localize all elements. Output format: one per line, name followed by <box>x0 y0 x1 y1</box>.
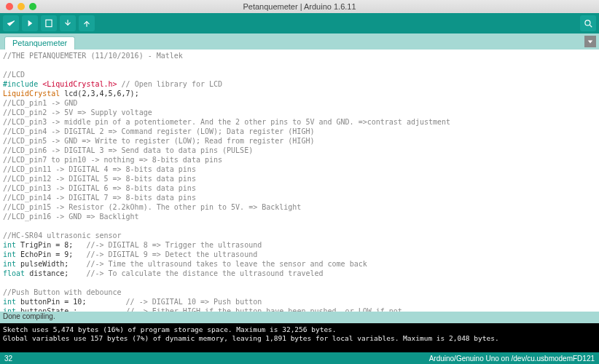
svg-line-2 <box>590 25 592 27</box>
window-title: Petanquemeter | Arduino 1.6.11 <box>0 2 599 11</box>
code-line[interactable]: #include <LiquidCrystal.h> // Open libra… <box>3 79 596 89</box>
console-output[interactable]: Sketch uses 5,474 bytes (16%) of program… <box>0 323 599 352</box>
tab-petanquemeter[interactable]: Petanquemeter <box>4 36 75 50</box>
code-line[interactable]: //LCD_pin16 -> GND => Backlight <box>3 212 596 221</box>
code-line[interactable]: float distance; //-> To calculate the di… <box>3 269 596 278</box>
code-line[interactable]: //LCD_pin14 -> DIGITAL 7 => 8-bits data … <box>3 193 596 202</box>
code-line[interactable]: //LCD_pin4 -> DIGITAL 2 => Command regis… <box>3 127 596 136</box>
serial-monitor-button[interactable] <box>580 15 596 31</box>
code-line[interactable]: //Push Button with debounce <box>3 288 596 297</box>
code-line[interactable]: LiquidCrystal lcd(2,3,4,5,6,7); <box>3 89 596 98</box>
zoom-icon[interactable] <box>29 3 36 10</box>
upload-button[interactable] <box>22 15 38 31</box>
code-line[interactable]: //LCD_pin6 -> DIGITAL 3 => Send data to … <box>3 146 596 155</box>
code-line[interactable]: //LCD_pin5 -> GND => Write to register (… <box>3 136 596 146</box>
code-line[interactable]: //LCD_pin2 -> 5V => Supply voltage <box>3 108 596 117</box>
tab-menu-button[interactable] <box>584 36 596 47</box>
status-bar: Done compiling. <box>0 312 599 323</box>
code-line[interactable]: //LCD_pin11 -> DIGITAL 4 => 8-bits data … <box>3 165 596 174</box>
code-line[interactable]: //LCD_pin15 -> Resistor (2.2kOhm). The o… <box>3 202 596 212</box>
code-line[interactable]: int buttonState ; // -> Either HIGH if t… <box>3 306 596 312</box>
code-line[interactable]: //THE PETANQUEMETER (11/10/2016) - Matle… <box>3 51 596 60</box>
verify-button[interactable] <box>3 15 19 31</box>
svg-marker-3 <box>588 40 592 43</box>
line-number: 32 <box>4 355 12 363</box>
code-line[interactable]: //LCD <box>3 70 596 79</box>
code-line[interactable]: //HC-SR04 ultrasonic sensor <box>3 231 596 240</box>
status-message: Done compiling. <box>3 312 55 320</box>
code-line[interactable]: //LCD_pin12 -> DIGITAL 5 => 8-bits data … <box>3 174 596 183</box>
code-line[interactable]: //LCD_pin7 to pin10 -> nothing => 8-bits… <box>3 155 596 165</box>
close-icon[interactable] <box>6 3 13 10</box>
tab-bar: Petanquemeter <box>0 33 599 50</box>
minimize-icon[interactable] <box>17 3 25 10</box>
code-line[interactable]: int pulseWidth; //-> Time the ultrasound… <box>3 259 596 269</box>
footer-bar: 32 Arduino/Genuino Uno on /dev/cu.usbmod… <box>0 352 599 364</box>
code-line[interactable]: int buttonPin = 10; // -> DIGITAL 10 => … <box>3 297 596 306</box>
new-button[interactable] <box>41 15 57 31</box>
code-line[interactable]: //LCD_pin13 -> DIGITAL 6 => 8-bits data … <box>3 183 596 193</box>
code-editor[interactable]: //THE PETANQUEMETER (11/10/2016) - Matle… <box>0 50 599 312</box>
code-line[interactable]: //LCD_pin3 -> middle pin of a potentiome… <box>3 117 596 127</box>
code-line[interactable]: int TrigPin = 8; //-> DIGITAL 8 => Trigg… <box>3 240 596 250</box>
code-line[interactable] <box>3 278 596 288</box>
toolbar <box>0 13 599 33</box>
svg-point-1 <box>585 20 590 25</box>
traffic-lights <box>0 3 36 10</box>
code-line[interactable] <box>3 60 596 70</box>
open-button[interactable] <box>60 15 76 31</box>
code-line[interactable] <box>3 221 596 231</box>
svg-rect-0 <box>46 20 52 26</box>
code-line[interactable]: int EchoPin = 9; //-> DIGITAL 9 => Detec… <box>3 250 596 259</box>
code-line[interactable]: //LCD_pin1 -> GND <box>3 98 596 108</box>
save-button[interactable] <box>79 15 95 31</box>
window-titlebar: Petanquemeter | Arduino 1.6.11 <box>0 0 599 13</box>
board-port: Arduino/Genuino Uno on /dev/cu.usbmodemF… <box>429 355 595 363</box>
